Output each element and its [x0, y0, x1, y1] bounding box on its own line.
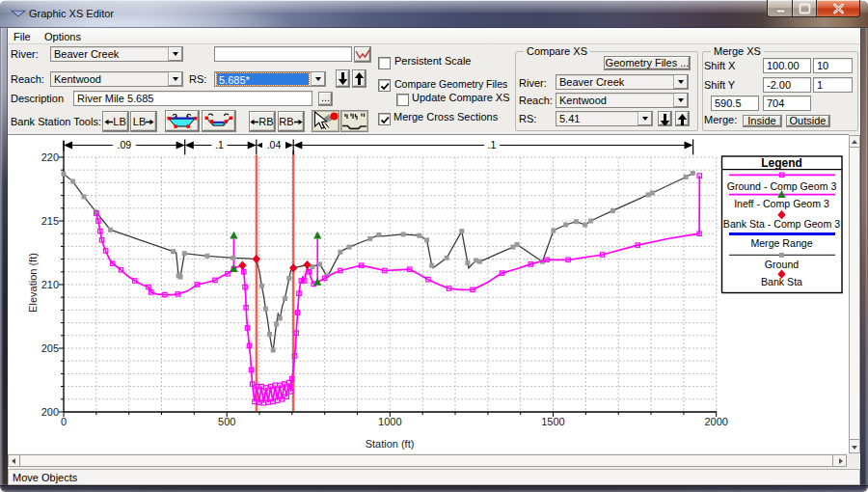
svg-text:Ground - Comp Geom 3: Ground - Comp Geom 3	[727, 180, 837, 192]
svg-text:Station (ft): Station (ft)	[366, 438, 415, 450]
svg-text:205: 205	[41, 342, 59, 354]
svg-text:200: 200	[41, 406, 59, 418]
svg-text:500: 500	[218, 416, 235, 427]
svg-text:Ground: Ground	[765, 259, 799, 270]
svg-text:Ineff - Comp Geom 3: Ineff - Comp Geom 3	[734, 198, 829, 209]
svg-text:.09: .09	[117, 139, 131, 150]
svg-text:Merge Range: Merge Range	[750, 237, 812, 249]
svg-text:1500: 1500	[541, 416, 564, 427]
svg-text:.04: .04	[267, 139, 282, 150]
svg-text:210: 210	[41, 279, 59, 290]
svg-text:Legend: Legend	[761, 156, 802, 170]
svg-text:0: 0	[61, 416, 67, 427]
svg-text:220: 220	[41, 151, 59, 163]
svg-text:Bank Sta: Bank Sta	[761, 276, 802, 287]
svg-text:.1: .1	[488, 139, 497, 150]
svg-text:Bank Sta - Comp Geom 3: Bank Sta - Comp Geom 3	[723, 218, 840, 230]
svg-text:2000: 2000	[704, 416, 727, 427]
svg-text:215: 215	[41, 215, 59, 227]
svg-text:1000: 1000	[378, 416, 401, 427]
svg-text:.1: .1	[215, 139, 224, 150]
svg-text:Elevation (ft): Elevation (ft)	[27, 253, 39, 313]
